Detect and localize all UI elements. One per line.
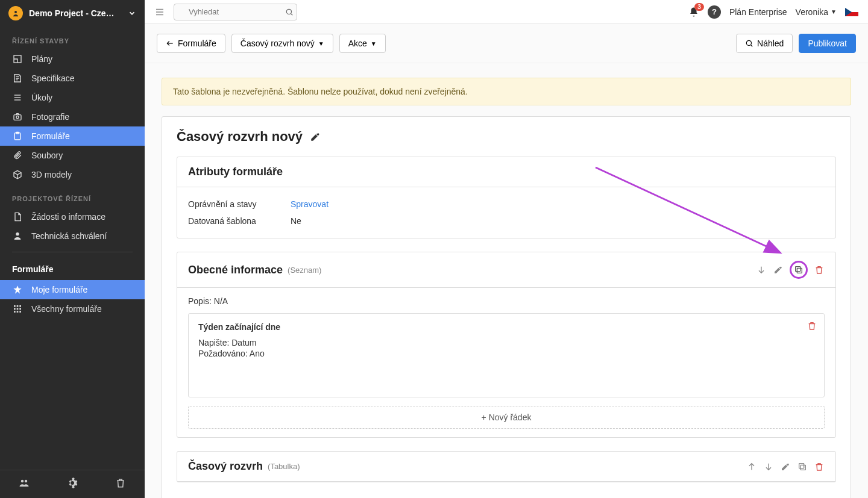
spec-icon: [12, 73, 23, 83]
trash-icon[interactable]: [814, 264, 825, 275]
main-area: 3 ? Plán Enterprise Veronika ▼ Formuláře…: [145, 0, 868, 498]
section-title: Časový rozvrh: [188, 460, 263, 473]
attr-row-permissions: Oprávnění a stavy Spravovat: [188, 196, 825, 213]
clipboard-icon: [12, 131, 23, 141]
sidebar-item-label: 3D modely: [31, 170, 72, 179]
copy-icon[interactable]: [797, 461, 808, 472]
help-button[interactable]: ?: [708, 5, 721, 19]
trash-icon[interactable]: [814, 461, 825, 472]
desc-value: N/A: [214, 296, 228, 306]
sidebar-item-tasks[interactable]: Úkoly: [0, 88, 145, 107]
star-icon: [12, 285, 23, 294]
arrow-down-icon[interactable]: [756, 264, 767, 275]
pencil-icon[interactable]: [773, 264, 784, 275]
search-input[interactable]: [174, 4, 297, 20]
publish-button[interactable]: Publikovat: [799, 34, 856, 53]
tasks-icon: [12, 93, 23, 102]
alert-text: Tato šablona je nezveřejněná. Šablonu ne…: [173, 87, 468, 96]
attributes-title: Atributy formuláře: [188, 166, 283, 178]
sidebar-item-3d-models[interactable]: 3D modely: [0, 165, 145, 184]
plan-link[interactable]: Plán Enterprise: [729, 7, 787, 17]
svg-rect-12: [17, 305, 19, 307]
svg-rect-36: [799, 463, 804, 468]
svg-point-9: [16, 232, 19, 235]
svg-point-25: [286, 9, 291, 14]
back-button[interactable]: Formuláře: [157, 34, 225, 53]
section-description: Popis: N/A: [188, 296, 825, 306]
project-title: Demo Project - Cze…: [29, 8, 122, 18]
attributes-section: Atributy formuláře Oprávnění a stavy Spr…: [177, 157, 836, 238]
gear-icon[interactable]: [67, 478, 78, 488]
svg-marker-10: [13, 285, 21, 293]
sidebar-sub-header: Formuláře: [0, 258, 145, 280]
attr-value-manage-link[interactable]: Spravovat: [291, 199, 329, 209]
add-row-button[interactable]: + Nový řádek: [188, 406, 825, 429]
person-icon: [12, 231, 23, 241]
attr-label: Datovaná šablona: [188, 216, 291, 226]
sidebar-section-project-mgmt: PROJEKTOVÉ ŘÍZENÍ: [0, 184, 145, 207]
grid-icon: [12, 304, 23, 314]
arrow-down-icon[interactable]: [763, 461, 774, 472]
sidebar-item-my-forms[interactable]: Moje formuláře: [0, 280, 145, 299]
attr-label: Oprávnění a stavy: [188, 199, 291, 209]
pencil-icon[interactable]: [780, 461, 791, 472]
arrow-up-icon[interactable]: [746, 461, 757, 472]
sidebar-item-label: Technická schválení: [31, 231, 107, 241]
svg-point-0: [14, 11, 17, 13]
edit-title-icon[interactable]: [310, 131, 321, 142]
sidebar-item-photos[interactable]: Fotografie: [0, 107, 145, 126]
trash-icon[interactable]: [807, 321, 817, 331]
svg-line-26: [291, 13, 292, 15]
flag-cz-icon[interactable]: [845, 8, 858, 16]
svg-rect-15: [17, 308, 19, 310]
publish-button-label: Publikovat: [808, 39, 847, 48]
trash-icon[interactable]: [115, 478, 126, 488]
sidebar-item-label: Plány: [31, 54, 52, 64]
sidebar-item-specifications[interactable]: Specifikace: [0, 69, 145, 88]
sidebar-item-approvals[interactable]: Technická schválení: [0, 226, 145, 246]
search-wrap: [174, 4, 297, 20]
svg-point-21: [25, 480, 28, 483]
sidebar-item-label: Všechny formuláře: [31, 304, 102, 314]
search-icon[interactable]: [285, 8, 294, 16]
project-switcher[interactable]: Demo Project - Cze…: [0, 0, 145, 26]
section-type-label: (Seznam): [288, 266, 321, 275]
caret-down-icon: ▼: [371, 40, 377, 47]
preview-button[interactable]: Náhled: [736, 34, 793, 53]
actions-dropdown-label: Akce: [348, 39, 367, 48]
sidebar-item-label: Úkoly: [31, 93, 52, 102]
notifications-button[interactable]: 3: [688, 7, 699, 17]
form-title: Časový rozvrh nový: [177, 129, 303, 145]
svg-rect-19: [19, 311, 21, 313]
sidebar-item-plans[interactable]: Plány: [0, 49, 145, 69]
sidebar-item-label: Žádosti o informace: [31, 212, 105, 222]
toolbar: Formuláře Časový rozvrh nový ▼ Akce ▼ Ná…: [145, 24, 868, 63]
copy-icon[interactable]: [790, 261, 808, 279]
people-icon[interactable]: [19, 478, 30, 488]
svg-rect-35: [800, 465, 805, 470]
svg-rect-11: [14, 305, 16, 307]
preview-button-label: Náhled: [757, 39, 784, 48]
field-required-line: Požadováno: Ano: [198, 349, 814, 358]
section-type-label: (Tabulka): [268, 462, 300, 471]
notification-badge: 3: [694, 3, 704, 11]
user-menu[interactable]: Veronika ▼: [796, 7, 837, 17]
template-dropdown[interactable]: Časový rozvrh nový ▼: [231, 34, 333, 53]
sidebar-item-files[interactable]: Soubory: [0, 146, 145, 165]
schedule-section: Časový rozvrh (Tabulka): [177, 451, 836, 482]
general-info-section: Obecné informace (Seznam): [177, 252, 836, 438]
chevron-down-icon: [128, 9, 136, 17]
field-type-line: Napište: Datum: [198, 338, 814, 347]
sidebar-item-label: Moje formuláře: [31, 285, 87, 294]
attr-row-dated-template: Datovaná šablona Ne: [188, 213, 825, 229]
sidebar-section-construction: ŘÍZENÍ STAVBY: [0, 26, 145, 49]
svg-rect-5: [14, 115, 21, 120]
sidebar-item-rfi[interactable]: Žádosti o informace: [0, 207, 145, 226]
sidebar-item-all-forms[interactable]: Všechny formuláře: [0, 299, 145, 319]
desc-label: Popis:: [188, 296, 212, 306]
content-scroll[interactable]: Tato šablona je nezveřejněná. Šablonu ne…: [145, 63, 868, 498]
sidebar-item-forms[interactable]: Formuláře: [0, 126, 145, 146]
caret-down-icon: ▼: [318, 40, 324, 47]
actions-dropdown[interactable]: Akce ▼: [339, 34, 386, 53]
hamburger-icon[interactable]: [154, 7, 165, 17]
